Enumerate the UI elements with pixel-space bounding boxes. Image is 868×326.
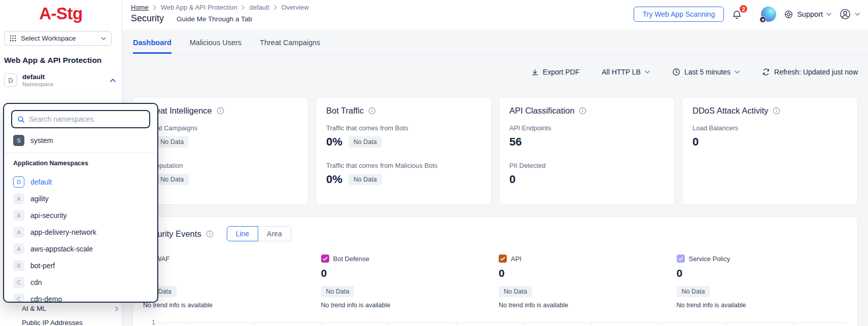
namespace-option-label: cdn-demo: [30, 295, 62, 303]
namespace-option-cdn[interactable]: C cdn: [4, 274, 157, 291]
chevron-down-icon: [855, 13, 860, 16]
card-api-classification: API Classification API Endpoints 56 PII …: [499, 97, 675, 205]
legend-checkbox-service-policy[interactable]: Service Policy: [677, 255, 848, 263]
load-balancer-filter[interactable]: All HTTP LB: [602, 68, 650, 76]
main-content: Dashboard Malicious Users Threat Campaig…: [122, 30, 868, 326]
namespace-option-aws-appstack-scale[interactable]: A aws-appstack-scale: [4, 240, 157, 257]
namespace-option-label: app-delivery-network: [30, 228, 96, 236]
legend-trend-text: No trend info is available: [143, 302, 314, 309]
namespace-option-default[interactable]: D default: [4, 173, 157, 190]
namespace-option-label: default: [30, 178, 52, 186]
support-menu[interactable]: Support: [784, 10, 831, 19]
namespace-option-api-security[interactable]: A api-security: [4, 207, 157, 224]
sidebar-item-ai-ml[interactable]: AI & ML: [22, 305, 118, 312]
info-icon[interactable]: [217, 107, 224, 115]
chevron-down-icon: [645, 70, 650, 74]
y-axis-tick-mark: [157, 322, 161, 323]
metric-label: IP Reputation: [143, 162, 298, 169]
namespace-search-input[interactable]: [29, 115, 144, 123]
namespace-option-system[interactable]: S system: [4, 132, 157, 149]
breadcrumb-separator-icon: [241, 5, 245, 10]
tab-malicious-users[interactable]: Malicious Users: [190, 39, 241, 54]
time-range-selector[interactable]: Last 5 minutes: [672, 68, 740, 76]
breadcrumb: Home Web App & API Protection default Ov…: [131, 4, 309, 11]
chevron-down-icon: [101, 37, 106, 40]
metric-label: Traffic that comes from Malicious Bots: [326, 162, 481, 169]
export-pdf-button[interactable]: Export PDF: [531, 68, 579, 76]
breadcrumb-separator-icon: [153, 5, 156, 10]
app-logo[interactable]: A-Stg: [0, 4, 122, 23]
legend-checkbox-bot-defense[interactable]: Bot Defense: [321, 255, 492, 263]
legend-checkbox-api[interactable]: API: [499, 255, 670, 263]
namespace-initial-badge: A: [13, 193, 24, 204]
metric-value: 0: [692, 135, 699, 149]
chart-view-toggle: Line Area: [227, 226, 291, 241]
breadcrumb-waap-link[interactable]: Web App & API Protection: [161, 4, 237, 11]
legend-value: 0: [677, 267, 848, 279]
header-actions: Try Web App Scanning 2 Support: [634, 7, 860, 22]
account-menu[interactable]: [839, 8, 860, 20]
no-data-badge: No Data: [499, 286, 532, 297]
avatar-lock-icon: [759, 16, 766, 23]
metric-value: 0%: [326, 135, 342, 149]
namespace-initial-badge: A: [13, 243, 24, 255]
card-title: Bot Traffic: [326, 106, 364, 116]
info-icon[interactable]: [206, 230, 214, 238]
line-view-button[interactable]: Line: [227, 226, 258, 241]
sidebar-item-label: Public IP Addresses: [22, 319, 83, 326]
namespace-initial-badge: C: [13, 277, 24, 288]
metric-label: Threat Campaigns: [143, 124, 298, 132]
application-namespaces-header: Application Namespaces: [4, 153, 157, 169]
namespace-option-bot-perf[interactable]: B bot-perf: [4, 257, 157, 274]
page-header: Home Web App & API Protection default Ov…: [122, 0, 868, 30]
info-icon[interactable]: [773, 107, 780, 115]
no-data-badge: No Data: [321, 286, 355, 297]
namespace-initial-badge: C: [13, 294, 24, 303]
card-threat-intelligence: Threat Intelligence Threat Campaigns 0 N…: [132, 97, 308, 205]
sidebar-item-label: AI & ML: [22, 305, 46, 312]
tab-dashboard[interactable]: Dashboard: [133, 39, 171, 54]
chevron-down-icon: [735, 70, 740, 74]
namespace-initial-badge: A: [13, 210, 24, 221]
refresh-button[interactable]: Refresh: Updated just now: [762, 68, 858, 76]
security-events-panel: Security Events Line Area WAF 0 No Da: [132, 216, 858, 326]
download-icon: [531, 68, 539, 76]
info-icon[interactable]: [579, 107, 586, 115]
namespace-type-label: Namespace: [22, 81, 53, 87]
tab-threat-campaigns[interactable]: Threat Campaigns: [260, 39, 320, 54]
breadcrumb-default-link[interactable]: default: [249, 4, 269, 11]
namespace-options-list: D default A agility A api-security A app…: [4, 173, 157, 303]
info-icon[interactable]: [368, 107, 376, 115]
namespace-option-label: cdn: [30, 278, 42, 286]
namespace-option-cdn-demo[interactable]: C cdn-demo: [4, 291, 157, 303]
clock-icon: [672, 68, 680, 76]
namespace-option-app-delivery-network[interactable]: A app-delivery-network: [4, 224, 157, 240]
namespace-option-label: aws-appstack-scale: [30, 245, 93, 253]
breadcrumb-home-link[interactable]: Home: [131, 4, 149, 11]
sidebar-item-public-ip-addresses[interactable]: Public IP Addresses: [22, 319, 118, 326]
namespace-option-label: agility: [30, 195, 49, 203]
namespace-initial-badge: S: [13, 135, 24, 146]
tenant-avatar[interactable]: [761, 7, 776, 22]
namespace-selector[interactable]: D default Namespace: [4, 73, 118, 87]
notification-count-badge: 2: [739, 4, 748, 14]
select-workspace-button[interactable]: Select Workspace: [4, 31, 112, 46]
guide-me-link[interactable]: Guide Me Through a Tab: [177, 15, 252, 23]
namespace-option-label: system: [30, 136, 53, 144]
checkbox-checked-icon: [499, 255, 507, 263]
metric-label: PII Detected: [509, 162, 664, 169]
legend-checkbox-waf[interactable]: WAF: [143, 255, 314, 263]
checkbox-checked-icon: [321, 255, 329, 263]
workspace-grid-icon: [10, 35, 16, 42]
notifications-button[interactable]: 2: [732, 8, 745, 20]
legend-trend-text: No trend info is available: [677, 302, 848, 309]
card-title: API Classification: [509, 106, 574, 116]
namespace-option-agility[interactable]: A agility: [4, 190, 157, 207]
security-events-legend: WAF 0 No Data No trend info is available…: [143, 255, 847, 309]
breadcrumb-separator-icon: [274, 5, 277, 10]
metric-value: 0%: [326, 173, 342, 186]
chevron-up-icon: [110, 79, 118, 82]
area-view-button[interactable]: Area: [258, 226, 291, 241]
try-web-app-scanning-button[interactable]: Try Web App Scanning: [634, 7, 724, 22]
support-label: Support: [797, 10, 823, 18]
